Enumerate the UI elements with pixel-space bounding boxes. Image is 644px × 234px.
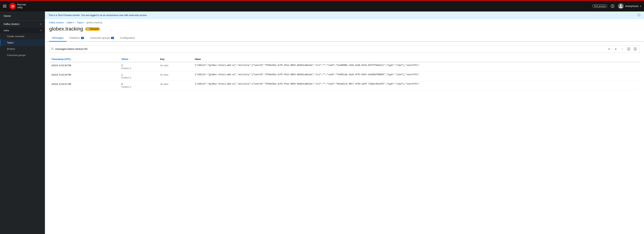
sidebar-kafka-cluster-name: kafka [4,29,9,32]
column-header-key: Key [158,56,192,62]
cell-key-2: No data [158,81,192,90]
cell-offset-0: 2Partition 0 [119,62,158,72]
avatar-icon [619,4,623,8]
banner-info-icon[interactable]: ⓘ [638,13,640,17]
cell-key-0: No data [158,62,192,72]
breadcrumb-kafka[interactable]: kafka [67,21,72,24]
breadcrumb-sep-2: › [75,21,76,24]
breadcrumb-cluster-dropdown-icon[interactable]: ▾ [73,21,74,23]
managed-badge-icon: 🛡️ [86,28,90,30]
search-icon [51,47,54,51]
cell-timestamp-1: 4/3/24, 6:33:34 PM [49,72,119,81]
search-dropdown-button[interactable]: ▾ [613,46,618,51]
cell-value-2: {"idSite":"globex-retail-web-ui","activi… [192,81,640,90]
sidebar-kafka-clusters-chevron-icon: ▾ [40,23,41,25]
user-name-label: Anonymous [625,5,638,7]
sidebar-kafka-cluster-item[interactable]: kafka ▾ [0,28,45,33]
messages-table: Timestamp (UTC)↓Offset↓KeyValue 4/3/24, … [49,56,640,90]
breadcrumb-sep-1: › [65,21,66,24]
tab-badge: 1 [81,37,84,39]
search-columns-button[interactable] [626,46,631,51]
tech-preview-badge: Tech preview [592,4,607,8]
svg-rect-7 [629,48,630,50]
tabs: MessagesPartitions1Consumer groups1Confi… [45,35,644,42]
search-bar: ✕ ▾ → [49,45,640,53]
managed-badge: 🛡️ Managed [85,27,100,31]
sidebar-kafka-clusters-section: Kafka clusters ▾ kafka ▾ Cluster overvie… [0,20,45,58]
tab-consumer-groups[interactable]: Consumer groups1 [87,35,117,42]
sidebar-sub-item-topics[interactable]: Topics [0,39,45,46]
user-menu-chevron-icon: ▾ [640,5,641,7]
column-header-value: Value [192,56,640,62]
cell-offset-2: 0Partition 0 [119,81,158,90]
content-area: This is a Tech Preview version. You are … [45,11,644,234]
user-menu[interactable]: Anonymous ▾ [618,3,641,9]
tab-configuration[interactable]: Configuration [117,35,138,42]
search-input[interactable] [55,47,606,50]
svg-text:?: ? [612,5,613,7]
breadcrumb-kafka-clusters[interactable]: Kafka clusters [49,21,64,24]
tech-preview-banner: This is a Tech Preview version. You are … [45,11,644,19]
search-submit-button[interactable]: → [620,46,625,51]
search-clear-button[interactable]: ✕ [608,47,610,51]
user-avatar [618,3,624,9]
svg-point-1 [12,5,13,6]
breadcrumb-sep-3: › [85,21,85,24]
sidebar-item-home[interactable]: Home [0,11,45,20]
table-row: 4/3/24, 6:33:35 PM2Partition 0No data{"i… [49,62,640,72]
sidebar-sub-items: Cluster overviewTopicsBrokersConsumer gr… [0,33,45,58]
managed-badge-label: Managed [90,28,98,30]
sidebar-kafka-clusters-label: Kafka clusters [4,23,20,25]
search-export-button[interactable] [633,46,638,51]
table-row: 4/3/24, 6:33:34 PM1Partition 0No data{"i… [49,72,640,81]
tab-partitions[interactable]: Partitions1 [66,35,87,42]
top-navbar: Red Hat AMQ Tech preview ? Anonymous ▾ [0,1,644,11]
svg-rect-6 [628,48,628,50]
cell-key-1: No data [158,72,192,81]
cell-value-0: {"idSite":"globex-retail-web-ui","activi… [192,62,640,72]
sort-icon: ↓ [129,58,130,60]
brand-name: Red Hat AMQ [17,3,26,9]
banner-text: This is a Tech Preview version. You are … [48,14,147,16]
sidebar: Home Kafka clusters ▾ kafka ▾ Cluster ov… [0,11,45,234]
sidebar-sub-item-brokers[interactable]: Brokers [0,46,45,52]
cell-value-1: {"idSite":"globex-retail-web-ui","activi… [192,72,640,81]
table-row: 4/3/24, 6:33:31 PM0Partition 0No data{"i… [49,81,640,90]
sidebar-sub-item-consumer-groups[interactable]: Consumer groups [0,52,45,58]
tab-badge: 1 [111,37,114,39]
sidebar-sub-item-cluster-overview[interactable]: Cluster overview [0,33,45,39]
sort-icon: ↓ [71,58,72,60]
tab-messages[interactable]: Messages [49,35,66,42]
sidebar-kafka-cluster-chevron-icon: ▾ [40,29,41,31]
column-header-timestamp-(utc)[interactable]: Timestamp (UTC)↓ [49,56,119,62]
breadcrumb-current: globex.tracking [86,21,102,24]
breadcrumb: Kafka clusters › kafka ▾ › Topics › glob… [45,19,644,25]
cell-timestamp-0: 4/3/24, 6:33:35 PM [49,62,119,72]
column-header-offset[interactable]: Offset↓ [119,56,158,62]
page-title-row: globex.tracking 🛡️ Managed [45,25,644,35]
svg-line-5 [53,49,54,50]
sidebar-kafka-clusters-header[interactable]: Kafka clusters ▾ [0,20,45,28]
cell-timestamp-2: 4/3/24, 6:33:31 PM [49,81,119,90]
help-button[interactable]: ? [610,3,615,8]
hamburger-menu-button[interactable] [3,5,6,7]
cell-offset-1: 1Partition 0 [119,72,158,81]
messages-content: ✕ ▾ → [45,42,644,234]
redhat-logo-icon [9,3,16,9]
brand-logo: Red Hat AMQ [9,3,26,9]
breadcrumb-topics[interactable]: Topics [77,21,84,24]
page-title: globex.tracking [49,26,83,32]
